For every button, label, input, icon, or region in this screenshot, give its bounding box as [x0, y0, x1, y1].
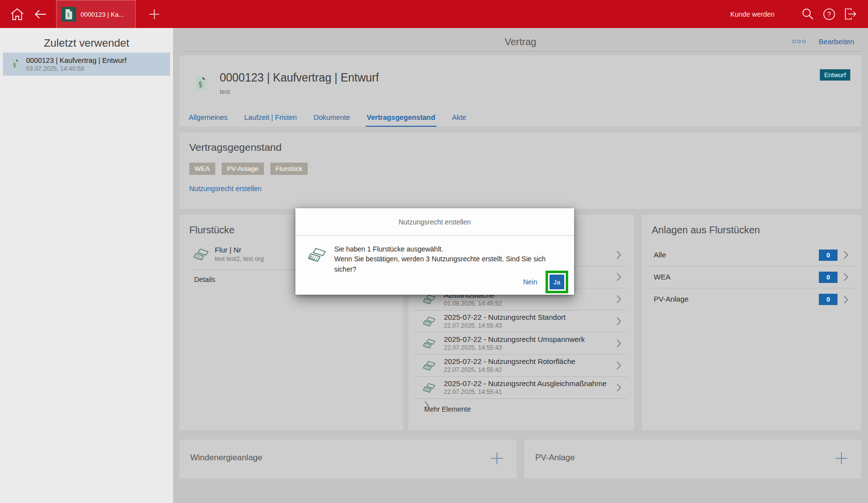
parcel-icon: [423, 294, 436, 305]
chip-wea[interactable]: WEA: [189, 163, 215, 175]
add-plus-icon[interactable]: [834, 450, 849, 466]
chevron-right-icon: [843, 251, 848, 259]
section-title: Vertragsgegenstand: [189, 141, 282, 153]
dialog-body: Sie haben 1 Flurstücke ausgewählt. Wenn …: [295, 236, 574, 274]
contract-document-icon: §: [11, 58, 19, 70]
contract-document-icon: §: [196, 76, 206, 90]
card-title: Flurstücke: [189, 224, 234, 236]
topbar: § 0000123 | Ka... Kunde werden ?: [0, 0, 868, 28]
edit-button[interactable]: Bearbeiten: [818, 37, 854, 46]
tab-vertragsgegenstand[interactable]: Vertragsgegenstand: [366, 113, 436, 127]
svg-text:?: ?: [827, 10, 831, 18]
card-title: Windenergieanlage: [190, 453, 262, 463]
chevron-right-icon: [616, 251, 621, 259]
windenergieanlage-card: Windenergieanlage: [179, 440, 517, 478]
details-link[interactable]: Details: [194, 276, 215, 283]
tab-title: 0000123 | Ka...: [81, 11, 124, 18]
home-icon[interactable]: [9, 6, 26, 23]
new-tab-plus-icon[interactable]: [146, 6, 162, 22]
kunde-werden-link[interactable]: Kunde werden: [730, 10, 775, 18]
chevron-right-icon: [843, 273, 848, 281]
count-badge[interactable]: 0: [819, 272, 838, 283]
nutzungsrecht-erstellen-link[interactable]: Nutzungsrecht erstellen: [189, 185, 261, 193]
dialog-header: Nutzungsrecht erstellen: [295, 208, 574, 236]
more-options-icon[interactable]: [792, 38, 806, 45]
card-title: PV-Anlage: [535, 453, 575, 463]
chip-pv-anlage[interactable]: PV-Anlage: [222, 163, 264, 175]
dialog-message-line1: Sie haben 1 Flurstücke ausgewählt.: [334, 244, 564, 254]
list-item[interactable]: 2025-07-22 - Nutzungsrecht Rotorfläche 2…: [415, 355, 627, 377]
tab-dokumente[interactable]: Dokumente: [313, 113, 351, 127]
add-plus-icon[interactable]: [489, 450, 505, 466]
record-header-card: § 0000123 | Kaufvertrag | Entwurf test E…: [179, 56, 861, 127]
list-item[interactable]: 2025-07-22 - Nutzungsrecht Umspannwerk 2…: [415, 333, 627, 355]
app-window: § 0000123 | Ka... Kunde werden ?: [0, 0, 868, 503]
row-subtitle: test test2, test org: [215, 255, 263, 262]
ja-button[interactable]: Ja: [550, 275, 564, 289]
recent-item-selected[interactable]: § 0000123 | Kaufvertrag | Entwurf 03.07.…: [3, 53, 170, 76]
vertragsgegenstand-card: Vertragsgegenstand WEA PV-Anlage Flurstü…: [179, 133, 861, 209]
tab-laufzeit-fristen[interactable]: Laufzeit | Fristen: [243, 113, 298, 127]
svg-text:§: §: [199, 81, 203, 88]
anlagen-aus-flurstuecken-card: Anlagen aus Flurstücken Alle 0 WEA 0 PV-…: [642, 215, 861, 430]
record-subtitle: test: [220, 88, 230, 95]
anlagen-row-alle[interactable]: Alle 0: [649, 244, 854, 266]
pv-anlage-card: PV-Anlage: [524, 440, 861, 478]
count-badge[interactable]: 0: [819, 294, 838, 305]
back-arrow-icon[interactable]: [31, 6, 49, 23]
card-title: Anlagen aus Flurstücken: [652, 224, 760, 236]
dialog-title: Nutzungsrecht erstellen: [399, 218, 471, 226]
parcel-icon: [423, 316, 436, 327]
annotation-highlight-box: Ja: [546, 271, 568, 293]
recent-sidebar: Zuletzt verwendet § 0000123 | Kaufvertra…: [0, 28, 173, 503]
list-item[interactable]: 2025-07-22 - Nutzungsrecht Standort 22.0…: [415, 310, 627, 333]
logout-icon[interactable]: [843, 7, 858, 22]
tab-allgemeines[interactable]: Allgemeines: [188, 113, 229, 127]
recent-item-title: 0000123 | Kaufvertrag | Entwurf: [26, 56, 126, 64]
chevron-right-icon: [424, 401, 429, 410]
chevron-right-icon: [616, 362, 621, 370]
search-icon[interactable]: [800, 7, 815, 22]
header-divider: [183, 51, 861, 52]
dialog-footer: Nein Ja: [522, 271, 568, 293]
parcel-icon: [308, 247, 327, 274]
chevron-right-icon: [843, 295, 848, 304]
svg-text:§: §: [67, 12, 70, 18]
help-icon[interactable]: ?: [822, 7, 837, 22]
tab-akte[interactable]: Akte: [451, 113, 467, 127]
anlagen-list: Alle 0 WEA 0 PV-Anlage 0: [649, 244, 854, 310]
status-badge: Entwurf: [820, 69, 850, 81]
parcel-icon: [423, 383, 436, 393]
page-actions: Bearbeiten: [792, 37, 854, 46]
chevron-right-icon: [616, 339, 621, 348]
parcel-icon: [423, 361, 436, 371]
topbar-right-actions: Kunde werden ?: [730, 7, 868, 22]
list-item[interactable]: 2025-07-22 - Nutzungsrecht Ausgleichmaßn…: [415, 377, 627, 399]
chevron-right-icon: [616, 317, 621, 326]
contract-document-icon: §: [61, 7, 76, 22]
parcel-icon: [423, 338, 436, 349]
record-tabs: Allgemeines Laufzeit | Fristen Dokumente…: [188, 113, 467, 127]
anlagen-row-pv-anlage[interactable]: PV-Anlage 0: [649, 288, 854, 310]
row-title: Flur | Nr: [215, 246, 241, 254]
chevron-right-icon: [616, 273, 621, 281]
mehr-elemente-button[interactable]: Mehr Elemente: [415, 399, 627, 420]
chip-row: WEA PV-Anlage Flurstück: [189, 163, 308, 175]
chip-flurstueck[interactable]: Flurstück: [270, 163, 308, 175]
record-title: 0000123 | Kaufvertrag | Entwurf: [220, 71, 379, 84]
nein-button[interactable]: Nein: [522, 276, 538, 288]
sidebar-title: Zuletzt verwendet: [0, 37, 173, 50]
chevron-right-icon: [616, 295, 621, 304]
parcel-icon: [194, 248, 209, 261]
dialog-message: Sie haben 1 Flurstücke ausgewählt. Wenn …: [334, 244, 564, 274]
chevron-right-icon: [616, 384, 621, 392]
anlagen-row-wea[interactable]: WEA 0: [649, 266, 854, 288]
count-badge[interactable]: 0: [819, 250, 838, 261]
recent-item-timestamp: 03.07.2025, 14:40:58: [26, 65, 126, 72]
page-title: Vertrag: [173, 36, 868, 48]
open-record-tab[interactable]: § 0000123 | Ka...: [56, 0, 136, 28]
nutzungsrecht-dialog: Nutzungsrecht erstellen Sie haben 1 Flur…: [295, 208, 574, 295]
svg-text:§: §: [13, 62, 16, 68]
